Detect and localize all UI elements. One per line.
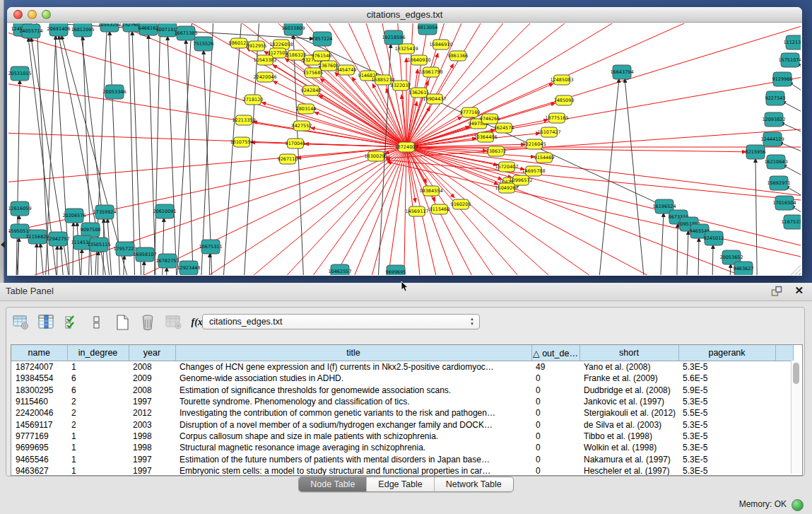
graph-node[interactable]: 10543382 xyxy=(253,55,276,65)
graph-node[interactable]: 8813054 xyxy=(418,23,438,35)
delete-table-icon[interactable] xyxy=(165,314,182,331)
float-panel-icon[interactable] xyxy=(771,286,782,297)
graph-node[interactable]: 20364486 xyxy=(473,132,497,142)
graph-node[interactable]: 9115460 xyxy=(430,204,450,214)
graph-node[interactable]: 8454749 xyxy=(336,65,357,75)
table-row[interactable]: 1872400712008Changes of HCN gene express… xyxy=(11,361,794,373)
graph-node[interactable]: 12213359 xyxy=(232,115,255,125)
graph-node[interactable]: 1575685 xyxy=(303,68,324,78)
graph-node[interactable]: 12616059 xyxy=(8,201,32,216)
graph-node[interactable]: 17016504 xyxy=(772,196,796,210)
graph-node[interactable]: 19384554 xyxy=(419,186,442,196)
tab-network-table[interactable]: Network Table xyxy=(435,477,513,491)
graph-node[interactable]: 7386372 xyxy=(486,146,507,156)
graph-node[interactable]: 9170041 xyxy=(286,139,306,148)
table-row[interactable]: 2242004622012Investigating the contribut… xyxy=(11,407,794,419)
column-header-pagerank[interactable]: pagerank xyxy=(678,345,775,361)
table-scrollbar[interactable] xyxy=(791,361,801,474)
graph-node[interactable]: 2718120 xyxy=(243,95,264,105)
graph-node[interactable]: 16958107 xyxy=(133,247,156,262)
graph-node[interactable]: 7485093 xyxy=(554,95,575,105)
graph-node[interactable]: 15692971 xyxy=(767,176,790,190)
network-canvas[interactable]: 1872400788601238912955182260589127503818… xyxy=(8,23,801,276)
graph-node[interactable]: 10553257 xyxy=(98,23,121,32)
graph-node[interactable]: 16210643 xyxy=(764,155,787,169)
graph-node[interactable]: 8215956 xyxy=(746,145,766,159)
graph-node[interactable]: 20610091 xyxy=(153,204,176,218)
column-header-short[interactable]: short xyxy=(579,345,678,361)
graph-node[interactable]: 9097588 xyxy=(81,223,101,237)
graph-node[interactable]: 18640910 xyxy=(407,55,430,65)
show-columns-icon[interactable] xyxy=(37,314,54,331)
table-row[interactable]: 969969511998Structural magnetic resonanc… xyxy=(11,442,794,453)
network-view-window[interactable]: citations_edges.txt 18724007886012389129… xyxy=(7,7,802,276)
table-row[interactable]: 946362711997Embryonic stem cells: a mode… xyxy=(11,465,794,476)
tab-edge-table[interactable]: Edge Table xyxy=(367,477,434,491)
close-panel-icon[interactable]: ✕ xyxy=(794,284,804,297)
new-column-icon[interactable] xyxy=(114,314,131,331)
table-row[interactable]: 946554611997Estimation of the future num… xyxy=(11,453,794,465)
graph-node[interactable]: 16846910 xyxy=(429,40,452,49)
memory-status-indicator[interactable] xyxy=(792,499,804,511)
graph-node[interactable]: 17359924 xyxy=(93,205,116,219)
graph-node[interactable]: 9463627 xyxy=(734,262,754,275)
graph-node[interactable]: 9227343 xyxy=(765,91,786,105)
row-options-icon[interactable] xyxy=(88,314,105,331)
graph-node[interactable]: 8322037 xyxy=(391,81,411,90)
graph-node[interactable]: 16671385 xyxy=(174,26,197,40)
graph-node[interactable]: 24055714 xyxy=(19,24,42,38)
table-mode-icon[interactable] xyxy=(12,314,29,331)
table-row[interactable]: 977716911998Corpus callosum shape and si… xyxy=(11,431,794,442)
graph-node[interactable]: 11675334 xyxy=(781,215,801,229)
column-header-title[interactable]: title xyxy=(175,345,531,361)
graph-node[interactable]: 7515526 xyxy=(194,37,214,51)
graph-node[interactable]: 12485083 xyxy=(550,75,573,85)
graph-node[interactable]: 16782753 xyxy=(155,254,179,268)
table-row[interactable]: 1830029562008Estimation of significance … xyxy=(11,385,794,396)
column-header-out_de[interactable]: △ out_de… xyxy=(531,345,579,361)
graph-node[interactable]: 8427552 xyxy=(292,121,312,131)
graph-node[interactable]: 15751074 xyxy=(778,53,801,67)
graph-node[interactable]: 9129966 xyxy=(772,72,793,86)
splitter-collapse-icon[interactable] xyxy=(1,241,5,248)
graph-node[interactable]: 20691406 xyxy=(47,23,70,36)
table-row[interactable]: 1456911722003Disruption of a novel membe… xyxy=(11,419,794,430)
graph-node[interactable]: 16812095 xyxy=(71,23,94,37)
graph-node[interactable]: 12923448 xyxy=(177,261,200,275)
graph-node[interactable]: 9746266 xyxy=(480,114,500,124)
graph-node[interactable]: 10675311 xyxy=(199,240,222,254)
network-window-titlebar[interactable]: citations_edges.txt xyxy=(7,7,802,23)
graph-node[interactable]: 16961758 xyxy=(419,67,442,77)
graph-node[interactable]: 19218596 xyxy=(382,30,405,45)
delete-columns-icon[interactable] xyxy=(139,314,156,331)
node-table[interactable]: namein_degreeyeartitle△ out_de…shortpage… xyxy=(11,344,803,476)
select-columns-icon[interactable] xyxy=(63,314,80,331)
graph-node[interactable]: 13505115 xyxy=(87,238,110,252)
table-row[interactable]: 911546021997Tourette syndrome. Phenomeno… xyxy=(11,396,794,407)
graph-node[interactable]: 22420046 xyxy=(253,72,276,82)
graph-node[interactable]: 14695788 xyxy=(522,166,545,176)
graph-node[interactable]: 12444129 xyxy=(760,132,784,146)
graph-node[interactable]: 9245012 xyxy=(704,231,724,245)
graph-node[interactable]: 9699695 xyxy=(386,265,406,275)
graph-node[interactable]: 16033809 xyxy=(281,23,305,35)
graph-node[interactable]: 15049267 xyxy=(495,183,518,193)
graph-node[interactable]: 7857224 xyxy=(312,32,333,46)
graph-node[interactable]: 18107554 xyxy=(230,137,253,147)
graph-node[interactable]: 18775165 xyxy=(545,113,568,123)
graph-node[interactable]: 20206576 xyxy=(62,209,86,223)
table-selector-dropdown[interactable]: citations_edges.txt ▲▼ xyxy=(202,314,480,329)
graph-node[interactable]: 19904437 xyxy=(423,94,446,104)
column-header-in_degree[interactable]: in_degree xyxy=(67,345,129,361)
table-scrollbar-thumb[interactable] xyxy=(793,363,799,384)
graph-node[interactable]: 20531015 xyxy=(8,66,32,81)
graph-node[interactable]: 16107427 xyxy=(537,127,560,137)
graph-node[interactable]: 20053346 xyxy=(102,85,126,99)
graph-node[interactable]: 16643794 xyxy=(610,65,633,79)
graph-node[interactable]: 12093822 xyxy=(762,112,785,127)
graph-node[interactable]: 10462557 xyxy=(328,264,351,275)
graph-node[interactable]: 11121316 xyxy=(783,35,801,49)
graph-node[interactable]: 9861366 xyxy=(448,51,469,61)
graph-node[interactable]: 18325419 xyxy=(394,44,418,54)
graph-node[interactable]: 9777169 xyxy=(460,107,481,117)
